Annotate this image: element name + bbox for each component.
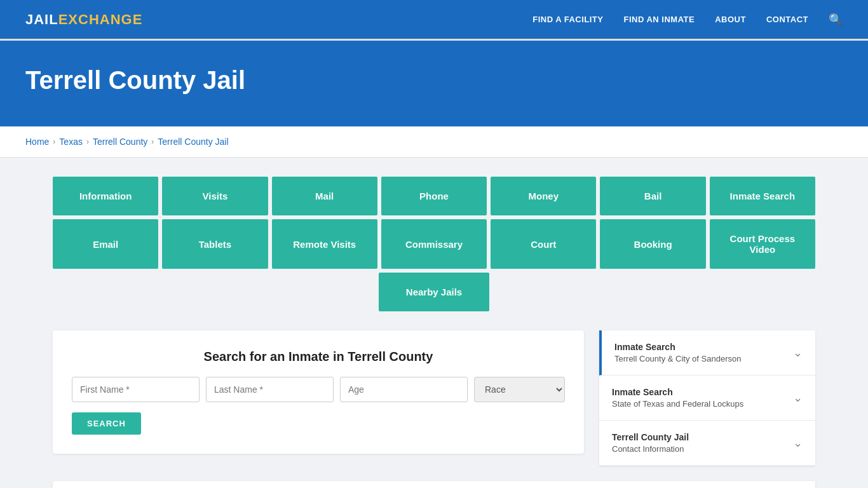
race-select[interactable]: Race White Black Hispanic Asian Other [474,377,565,402]
breadcrumb-current: Terrell County Jail [158,137,228,147]
breadcrumb-sep-3: › [151,137,154,146]
sidebar-item-2-title: Inmate Search [612,387,743,397]
btn-bail[interactable]: Bail [600,177,705,215]
breadcrumb-sep-2: › [86,137,89,146]
sidebar-item-1-title: Inmate Search [614,342,741,352]
btn-mail[interactable]: Mail [272,177,377,215]
page-title: Terrell County Jail [25,66,843,95]
first-name-input[interactable] [72,377,200,402]
breadcrumb-home[interactable]: Home [25,137,49,147]
breadcrumb-terrell-county[interactable]: Terrell County [93,137,147,147]
btn-phone[interactable]: Phone [381,177,487,215]
nav-find-inmate[interactable]: FIND AN INMATE [623,15,695,24]
nav-find-facility[interactable]: FIND A FACILITY [532,15,603,24]
btn-email[interactable]: Email [53,219,158,269]
sidebar-inmate-search-state[interactable]: Inmate Search State of Texas and Federal… [599,376,815,421]
search-button[interactable]: SEARCH [72,412,141,435]
btn-money[interactable]: Money [491,177,596,215]
last-name-input[interactable] [206,377,334,402]
hero-section: Terrell County Jail [0,41,868,126]
breadcrumb-sep-1: › [53,137,55,146]
sidebar: Inmate Search Terrell County & City of S… [599,330,815,466]
btn-information[interactable]: Information [53,177,158,215]
grid-row-3: Nearby Jails [53,273,815,311]
nav-contact[interactable]: CONTACT [766,15,808,24]
navbar: JAILEXCHANGE FIND A FACILITY FIND AN INM… [0,0,868,41]
sidebar-item-1-subtitle: Terrell County & City of Sanderson [614,354,741,363]
search-title: Search for an Inmate in Terrell County [72,349,565,364]
chevron-down-icon-1: ⌄ [793,346,803,360]
breadcrumb-bar: Home › Texas › Terrell County › Terrell … [0,126,868,158]
nav-about[interactable]: ABOUT [715,15,746,24]
btn-remote-visits[interactable]: Remote Visits [272,219,377,269]
lower-section: Search for an Inmate in Terrell County R… [53,330,815,466]
sidebar-item-2-subtitle: State of Texas and Federal Lockups [612,399,743,409]
search-icon[interactable]: 🔍 [829,13,843,27]
sidebar-item-3-subtitle: Contact Information [612,444,689,454]
nav-links: FIND A FACILITY FIND AN INMATE ABOUT CON… [532,13,843,27]
chevron-down-icon-2: ⌄ [793,391,803,405]
grid-row-1: Information Visits Mail Phone Money Bail… [53,177,815,215]
info-section: Terrell County Jail Information [53,481,815,488]
btn-inmate-search[interactable]: Inmate Search [710,177,815,215]
logo-jail: JAIL [25,11,58,27]
btn-nearby-jails[interactable]: Nearby Jails [379,273,489,311]
btn-commissary[interactable]: Commissary [381,219,487,269]
breadcrumb: Home › Texas › Terrell County › Terrell … [25,137,843,147]
breadcrumb-texas[interactable]: Texas [59,137,83,147]
btn-booking[interactable]: Booking [600,219,705,269]
btn-visits[interactable]: Visits [162,177,268,215]
age-input[interactable] [340,377,468,402]
sidebar-contact-info[interactable]: Terrell County Jail Contact Information … [599,421,815,466]
btn-court-process-video[interactable]: Court Process Video [710,219,815,269]
sidebar-inmate-search-local[interactable]: Inmate Search Terrell County & City of S… [599,330,815,376]
search-fields: Race White Black Hispanic Asian Other [72,377,565,402]
logo-exchange: EXCHANGE [58,11,143,27]
search-panel: Search for an Inmate in Terrell County R… [53,330,584,454]
logo: JAILEXCHANGE [25,11,142,28]
btn-court[interactable]: Court [491,219,596,269]
main-content: Information Visits Mail Phone Money Bail… [27,158,841,488]
chevron-down-icon-3: ⌄ [793,436,803,450]
sidebar-item-3-title: Terrell County Jail [612,432,689,442]
btn-tablets[interactable]: Tablets [162,219,268,269]
grid-row-2: Email Tablets Remote Visits Commissary C… [53,219,815,269]
